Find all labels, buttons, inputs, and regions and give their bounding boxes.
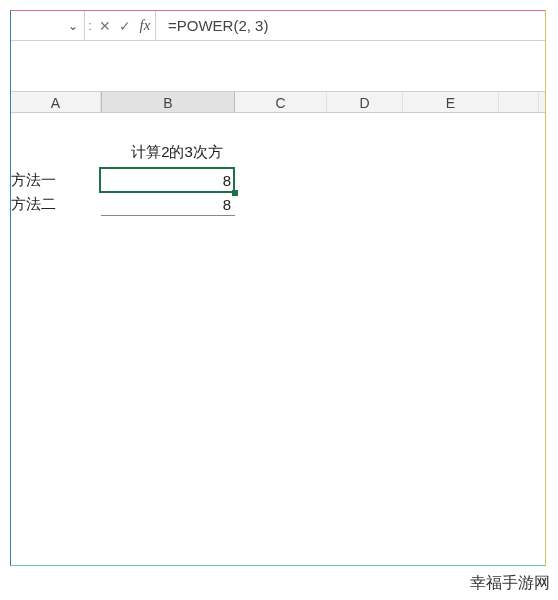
separator-icon: : xyxy=(85,11,95,40)
cell-A4[interactable]: 方法二 xyxy=(11,193,101,215)
formula-input[interactable]: =POWER(2, 3) xyxy=(155,11,545,40)
cell-border xyxy=(101,215,235,216)
cancel-button[interactable]: ✕ xyxy=(95,11,115,40)
cell-B4[interactable]: 8 xyxy=(101,193,235,215)
cell-B2[interactable]: 计算2的3次方 xyxy=(97,141,257,163)
column-header-E[interactable]: E xyxy=(403,92,499,112)
app-window: ⌄ : ✕ ✓ fx =POWER(2, 3) A B C D E 计算2的3次… xyxy=(10,10,546,566)
cell-B3[interactable]: 8 xyxy=(101,169,235,191)
column-header-A[interactable]: A xyxy=(11,92,101,112)
insert-function-button[interactable]: fx xyxy=(135,11,155,40)
dropdown-icon[interactable]: ⌄ xyxy=(68,19,78,33)
ribbon-spacer xyxy=(11,41,545,91)
column-header-C[interactable]: C xyxy=(235,92,327,112)
accept-button[interactable]: ✓ xyxy=(115,11,135,40)
name-box[interactable]: ⌄ xyxy=(11,11,85,40)
fill-handle[interactable] xyxy=(232,190,238,196)
column-header-B[interactable]: B xyxy=(101,92,235,112)
watermark-text: 幸福手游网 xyxy=(470,573,550,594)
column-header-F[interactable] xyxy=(499,92,539,112)
column-headers: A B C D E xyxy=(11,91,545,113)
formula-bar: ⌄ : ✕ ✓ fx =POWER(2, 3) xyxy=(11,11,545,41)
spreadsheet-grid[interactable]: 计算2的3次方 方法一 8 方法二 8 xyxy=(11,113,545,565)
column-header-D[interactable]: D xyxy=(327,92,403,112)
cell-A3[interactable]: 方法一 xyxy=(11,169,101,191)
